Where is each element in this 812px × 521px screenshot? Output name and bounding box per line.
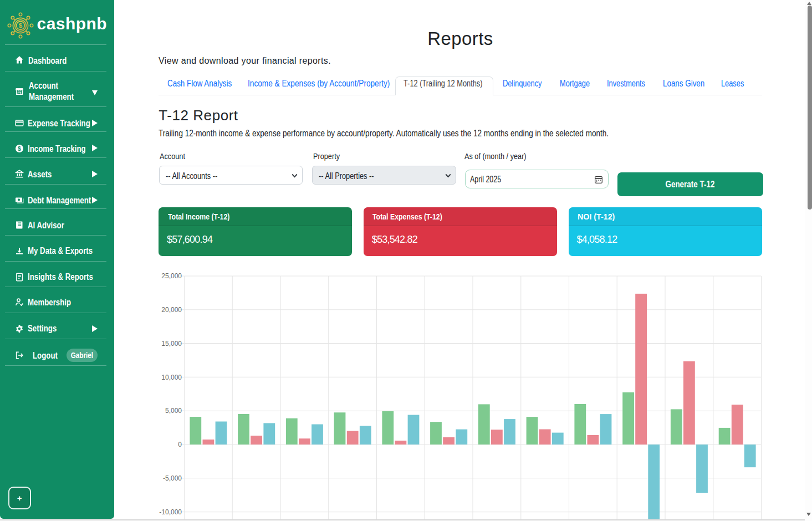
svg-text:25,000: 25,000 bbox=[161, 272, 182, 280]
svg-text:-10,000: -10,000 bbox=[159, 508, 182, 516]
svg-text:$: $ bbox=[19, 22, 23, 29]
svg-text:15,000: 15,000 bbox=[161, 340, 182, 348]
svg-text:$: $ bbox=[18, 145, 21, 151]
svg-text:0: 0 bbox=[178, 441, 182, 448]
svg-text:10,000: 10,000 bbox=[161, 374, 182, 381]
svg-text:5,000: 5,000 bbox=[165, 407, 182, 415]
svg-text:20,000: 20,000 bbox=[161, 306, 182, 314]
svg-text:-5,000: -5,000 bbox=[163, 474, 182, 482]
